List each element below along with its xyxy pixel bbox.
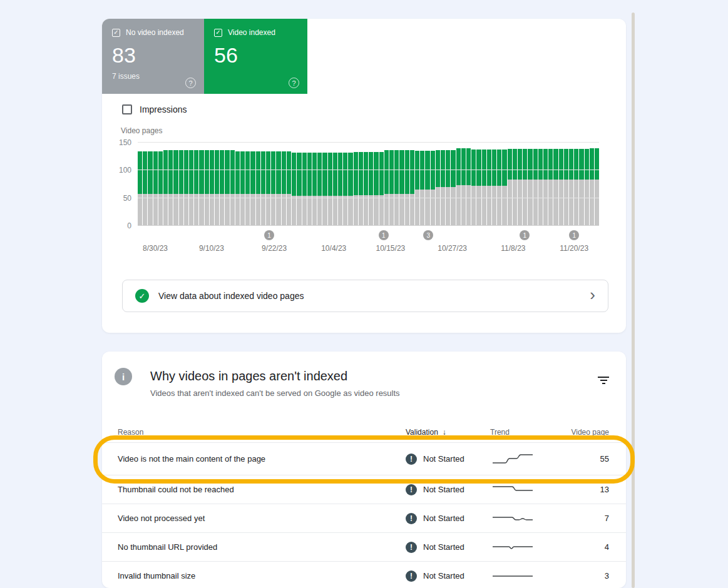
validation-cell: !Not Started: [406, 570, 490, 582]
stacked-bar: [194, 143, 198, 226]
checkbox-unchecked-icon[interactable]: [122, 104, 132, 114]
stacked-bar: [574, 143, 578, 226]
stacked-bar: [333, 143, 337, 226]
stacked-bar: [579, 143, 583, 226]
stacked-bar: [271, 143, 275, 226]
validation-status: Not Started: [423, 485, 464, 494]
stacked-bar: [497, 143, 501, 226]
validation-status: Not Started: [423, 514, 464, 523]
column-header-validation[interactable]: Validation ↓: [406, 428, 490, 437]
chart-x-axis-labels: 8/30/239/10/239/22/2310/4/2310/15/2310/2…: [138, 244, 599, 254]
stacked-bar: [436, 143, 440, 226]
chart-marker[interactable]: 1: [569, 230, 579, 240]
stacked-bar: [317, 143, 322, 226]
stacked-bar: [138, 143, 142, 226]
stacked-bar: [307, 143, 312, 226]
reason-cell: No thumbnail URL provided: [118, 542, 406, 552]
stacked-bar: [199, 143, 203, 226]
stacked-bar: [240, 143, 245, 226]
impressions-checkbox[interactable]: Impressions: [122, 104, 187, 114]
stacked-bar: [230, 143, 235, 226]
stacked-bar: [163, 143, 168, 226]
video-indexing-summary-card: ✓ No video indexed 83 7 issues ? ✓ Video…: [102, 19, 626, 333]
view-data-label: View data about indexed video pages: [158, 291, 304, 301]
stacked-bar: [148, 143, 152, 226]
stacked-bar: [374, 143, 378, 226]
reasons-table: Reason Validation ↓ Trend Video page Vid…: [102, 422, 626, 588]
table-header-row: Reason Validation ↓ Trend Video page: [102, 422, 626, 442]
column-header-video-page: Video page: [565, 428, 609, 437]
y-axis-tick-label: 150: [104, 138, 131, 147]
chart-marker[interactable]: 1: [379, 230, 389, 240]
y-axis-tick-label: 50: [104, 194, 131, 203]
exclamation-icon: !: [406, 570, 417, 582]
column-header-reason: Reason: [118, 428, 406, 437]
table-row[interactable]: Video not processed yet!Not Started7: [102, 504, 626, 532]
checkbox-checked-icon[interactable]: ✓: [112, 29, 120, 37]
stacked-bar: [364, 143, 368, 226]
stacked-bar: [215, 143, 219, 226]
filter-icon[interactable]: [597, 377, 610, 386]
stacked-bar: [302, 143, 307, 226]
stacked-bar: [394, 143, 399, 226]
sort-descending-icon: ↓: [443, 428, 446, 437]
stacked-bar: [261, 143, 265, 226]
chart-marker[interactable]: 3: [423, 230, 433, 240]
video-indexed-tile[interactable]: ✓ Video indexed 56 ?: [204, 19, 307, 94]
no-video-indexed-tile[interactable]: ✓ No video indexed 83 7 issues ?: [102, 19, 204, 94]
trend-sparkline: [490, 512, 565, 525]
exclamation-icon: !: [406, 513, 417, 524]
stacked-bar: [431, 143, 435, 226]
chart-marker[interactable]: 1: [520, 230, 530, 240]
table-row[interactable]: Video is not the main content of the pag…: [102, 442, 626, 475]
card-subtitle: Videos that aren't indexed can't be serv…: [150, 388, 400, 398]
stacked-bar: [399, 143, 404, 226]
stacked-bar: [543, 143, 548, 226]
x-axis-tick-label: 10/27/23: [438, 244, 467, 253]
validation-status: Not Started: [423, 571, 464, 580]
chart-marker[interactable]: 1: [264, 230, 274, 240]
stacked-bar: [559, 143, 563, 226]
stacked-bar: [585, 143, 589, 226]
gridline: [138, 170, 599, 170]
x-axis-tick-label: 8/30/23: [143, 244, 168, 253]
help-icon[interactable]: ?: [289, 78, 299, 88]
stacked-bar: [328, 143, 332, 226]
stacked-bar: [153, 143, 158, 226]
stacked-bar: [220, 143, 224, 226]
checkbox-checked-icon[interactable]: ✓: [214, 29, 222, 37]
x-axis-tick-label: 11/8/23: [501, 244, 525, 253]
validation-cell: !Not Started: [406, 513, 490, 524]
stacked-bar: [513, 143, 517, 226]
stacked-bar: [564, 143, 568, 226]
stacked-bar: [338, 143, 342, 226]
table-row[interactable]: Invalid thumbnail size!Not Started3: [102, 561, 626, 588]
gridline: [138, 198, 599, 198]
view-data-link[interactable]: ✓ View data about indexed video pages ›: [122, 280, 608, 312]
video-page-count: 7: [565, 514, 609, 523]
help-icon[interactable]: ?: [185, 78, 196, 88]
reason-cell: Video not processed yet: [118, 514, 406, 523]
tile-value: 83: [112, 43, 194, 68]
y-axis-tick-label: 0: [104, 221, 131, 230]
stacked-bar: [590, 143, 594, 226]
stacked-bar: [158, 143, 163, 226]
stacked-bar: [245, 143, 250, 226]
x-axis-tick-label: 9/10/23: [199, 244, 224, 253]
summary-tiles: ✓ No video indexed 83 7 issues ? ✓ Video…: [102, 19, 626, 94]
stacked-bar: [482, 143, 486, 226]
chart-ylabel: Video pages: [121, 126, 163, 135]
stacked-bar: [410, 143, 414, 226]
scrollbar-thumb[interactable]: [632, 13, 635, 588]
reason-cell: Thumbnail could not be reached: [118, 485, 406, 494]
y-axis-tick-label: 100: [104, 166, 131, 175]
validation-cell: !Not Started: [406, 484, 490, 495]
stacked-bar: [312, 143, 317, 226]
table-row[interactable]: Thumbnail could not be reached!Not Start…: [102, 475, 626, 504]
x-axis-tick-label: 9/22/23: [262, 244, 287, 253]
tile-label: Video indexed: [228, 28, 275, 37]
trend-sparkline: [490, 569, 565, 583]
stacked-bar: [425, 143, 429, 226]
stacked-bar: [250, 143, 255, 226]
table-row[interactable]: No thumbnail URL provided!Not Started4: [102, 532, 626, 561]
